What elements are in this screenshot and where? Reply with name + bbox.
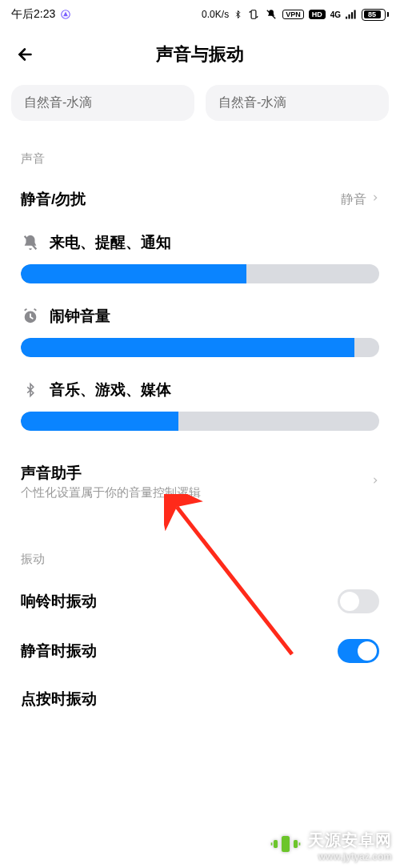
sound-assistant-subtitle: 个性化设置属于你的音量控制逻辑 [21, 485, 371, 500]
bell-off-icon [21, 233, 40, 252]
notify-volume-slider[interactable] [21, 264, 379, 283]
alarm-icon [21, 307, 40, 326]
page-header: 声音与振动 [0, 29, 400, 85]
network-type: 4G [330, 10, 341, 19]
vibrate-ring-title: 响铃时振动 [21, 591, 338, 612]
battery-indicator: 85 [362, 9, 389, 21]
net-speed: 0.0K/s [202, 9, 229, 20]
vibrate-ring-toggle[interactable] [338, 589, 379, 613]
watermark: 天源安卓网 www.jytyaz.com [262, 823, 400, 868]
alarm-volume-block: 闹钟音量 [0, 296, 400, 370]
auto-rotate-icon [247, 9, 260, 20]
svg-rect-9 [271, 842, 273, 845]
notify-volume-label: 来电、提醒、通知 [50, 232, 171, 253]
vpn-badge: VPN [282, 10, 304, 19]
alarm-volume-label: 闹钟音量 [50, 306, 110, 327]
watermark-logo-icon [270, 828, 302, 863]
arrow-left-icon [15, 44, 36, 65]
app-icon [60, 9, 71, 20]
vibrate-tap-title: 点按时振动 [21, 689, 379, 709]
section-header-vibration: 振动 [0, 513, 400, 577]
vibrate-silent-title: 静音时振动 [21, 641, 338, 661]
battery-level: 85 [364, 10, 381, 18]
svg-rect-7 [274, 840, 278, 848]
bluetooth-small-icon [21, 380, 40, 400]
status-right: 0.0K/s VPN HD 4G 85 [202, 9, 389, 21]
chevron-right-icon [371, 191, 379, 207]
svg-rect-8 [294, 840, 298, 848]
vibrate-silent-row: 静音时振动 [0, 626, 400, 676]
notify-volume-fill [21, 264, 246, 283]
vibrate-tap-row: 点按时振动 [0, 676, 400, 722]
ringtone-pill-left[interactable]: 自然音-水滴 [11, 85, 194, 121]
watermark-title: 天源安卓网 [308, 830, 392, 851]
sound-assistant-row[interactable]: 声音助手 个性化设置属于你的音量控制逻辑 [0, 444, 400, 513]
status-left: 午后2:23 [11, 7, 71, 22]
media-volume-fill [21, 412, 178, 431]
alarm-volume-slider[interactable] [21, 338, 379, 357]
signal-icon [346, 10, 357, 19]
silent-dnd-title: 静音/勿扰 [21, 189, 341, 210]
status-bar: 午后2:23 0.0K/s VPN HD 4G 85 [0, 0, 400, 29]
vibrate-ring-row: 响铃时振动 [0, 577, 400, 626]
svg-rect-1 [251, 10, 256, 19]
media-volume-block: 音乐、游戏、媒体 [0, 370, 400, 444]
chevron-right-icon [371, 474, 379, 490]
bluetooth-icon [234, 9, 242, 20]
sound-assistant-title: 声音助手 [21, 463, 371, 484]
watermark-url: www.jytyaz.com [308, 851, 392, 862]
media-volume-slider[interactable] [21, 412, 379, 431]
mute-icon [265, 9, 278, 20]
section-header-sound: 声音 [0, 135, 400, 176]
svg-rect-6 [282, 836, 290, 852]
back-button[interactable] [11, 40, 40, 69]
page-title: 声音与振动 [156, 42, 244, 66]
vibrate-silent-toggle[interactable] [338, 639, 379, 663]
hd-badge: HD [309, 10, 326, 19]
ringtone-pill-row: 自然音-水滴 自然音-水滴 [0, 85, 400, 135]
svg-rect-10 [299, 842, 301, 845]
silent-dnd-value: 静音 [341, 191, 366, 208]
status-time: 午后2:23 [11, 7, 55, 22]
media-volume-label: 音乐、游戏、媒体 [50, 380, 171, 400]
alarm-volume-fill [21, 338, 354, 357]
notify-volume-block: 来电、提醒、通知 [0, 223, 400, 296]
silent-dnd-row[interactable]: 静音/勿扰 静音 [0, 176, 400, 223]
ringtone-pill-right[interactable]: 自然音-水滴 [206, 85, 389, 121]
